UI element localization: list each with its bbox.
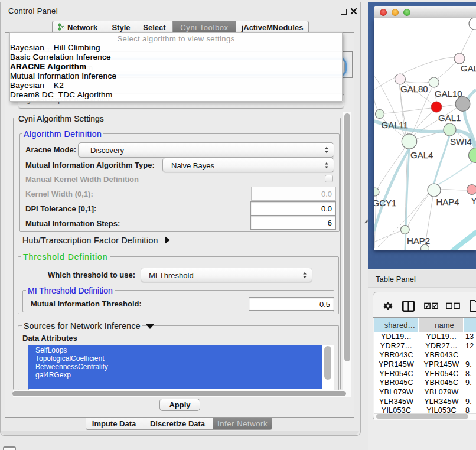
svg-text:GCY1: GCY1 xyxy=(374,198,396,208)
svg-text:GAL1: GAL1 xyxy=(438,113,461,123)
svg-text:HAP2: HAP2 xyxy=(407,236,430,246)
svg-text:GAL7: GAL7 xyxy=(461,63,476,73)
svg-text:GAL10: GAL10 xyxy=(435,89,462,99)
svg-text:SWI4: SWI4 xyxy=(450,136,472,146)
svg-text:GAL11: GAL11 xyxy=(382,120,409,130)
svg-text:Y: Y xyxy=(471,195,476,206)
svg-text:HAP4: HAP4 xyxy=(436,197,459,207)
svg-text:GAL4: GAL4 xyxy=(410,150,433,160)
svg-text:GAL80: GAL80 xyxy=(400,84,428,94)
